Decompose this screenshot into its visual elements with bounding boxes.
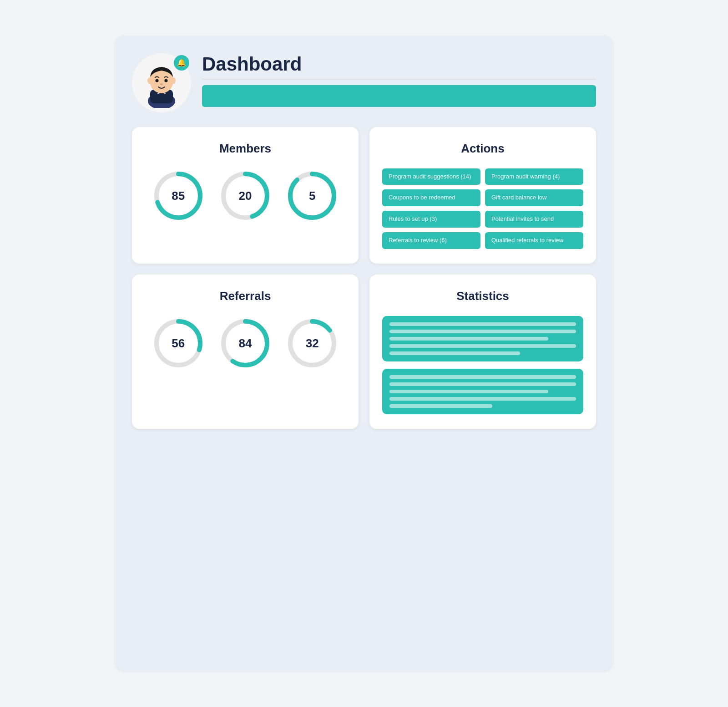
action-btn-6[interactable]: Referrals to review (6)	[382, 232, 480, 249]
stats-block-1	[382, 316, 583, 361]
svg-point-7	[160, 83, 163, 85]
referrals-chart-2: 84	[218, 316, 273, 371]
svg-point-5	[156, 79, 159, 82]
donut-container-1: 85	[151, 168, 206, 223]
action-btn-5[interactable]: Potential invites to send	[485, 211, 583, 228]
members-chart-1: 85	[151, 168, 206, 223]
app-container: 🔔 Dashboard Members 85	[114, 35, 614, 672]
svg-point-6	[165, 79, 168, 82]
members-charts-row: 85 20	[145, 168, 346, 223]
action-btn-0[interactable]: Program audit suggestions (14)	[382, 168, 480, 185]
members-value-3: 5	[309, 188, 315, 203]
page-title: Dashboard	[202, 53, 596, 80]
action-btn-4[interactable]: Rules to set up (3)	[382, 211, 480, 228]
svg-point-8	[147, 77, 152, 84]
donut-container-3: 5	[285, 168, 339, 223]
members-title: Members	[145, 142, 346, 156]
referrals-value-1: 56	[172, 336, 185, 351]
stats-line	[389, 390, 548, 393]
members-value-1: 85	[172, 188, 185, 203]
referrals-value-2: 84	[239, 336, 252, 351]
header: 🔔 Dashboard	[132, 53, 596, 112]
referrals-title: Referrals	[145, 289, 346, 303]
avatar-wrap: 🔔	[132, 53, 191, 112]
svg-point-9	[171, 77, 176, 84]
statistics-card: Statistics	[369, 275, 596, 429]
members-value-2: 20	[239, 188, 252, 203]
stats-line	[389, 397, 576, 401]
stats-line	[389, 330, 576, 333]
actions-card: Actions Program audit suggestions (14) P…	[369, 127, 596, 264]
ref-donut-1: 56	[151, 316, 206, 371]
actions-title: Actions	[382, 142, 583, 156]
referrals-card: Referrals 56	[132, 275, 359, 429]
referrals-charts-row: 56 84	[145, 316, 346, 371]
bell-icon: 🔔	[177, 58, 186, 67]
referrals-value-3: 32	[306, 336, 319, 351]
action-btn-7[interactable]: Qualified referrals to review	[485, 232, 583, 249]
referrals-chart-1: 56	[151, 316, 206, 371]
ref-donut-2: 84	[218, 316, 273, 371]
action-btn-1[interactable]: Program audit warning (4)	[485, 168, 583, 185]
stats-line	[389, 351, 520, 355]
statistics-title: Statistics	[382, 289, 583, 303]
stats-line	[389, 375, 576, 379]
stats-line	[389, 337, 548, 341]
stats-line	[389, 344, 576, 348]
donut-container-2: 20	[218, 168, 273, 223]
action-btn-2[interactable]: Coupons to be redeemed	[382, 189, 480, 206]
dashboard-grid: Members 85	[132, 127, 596, 429]
header-right: Dashboard	[202, 53, 596, 107]
referrals-chart-3: 32	[285, 316, 339, 371]
notification-badge[interactable]: 🔔	[174, 55, 189, 71]
stats-line	[389, 382, 576, 386]
action-btn-3[interactable]: Gift card balance low	[485, 189, 583, 206]
stats-line	[389, 404, 492, 408]
members-card: Members 85	[132, 127, 359, 264]
actions-grid: Program audit suggestions (14) Program a…	[382, 168, 583, 249]
stats-block-2	[382, 369, 583, 414]
stats-line	[389, 322, 576, 326]
members-chart-3: 5	[285, 168, 339, 223]
ref-donut-3: 32	[285, 316, 339, 371]
members-chart-2: 20	[218, 168, 273, 223]
header-bar	[202, 85, 596, 107]
